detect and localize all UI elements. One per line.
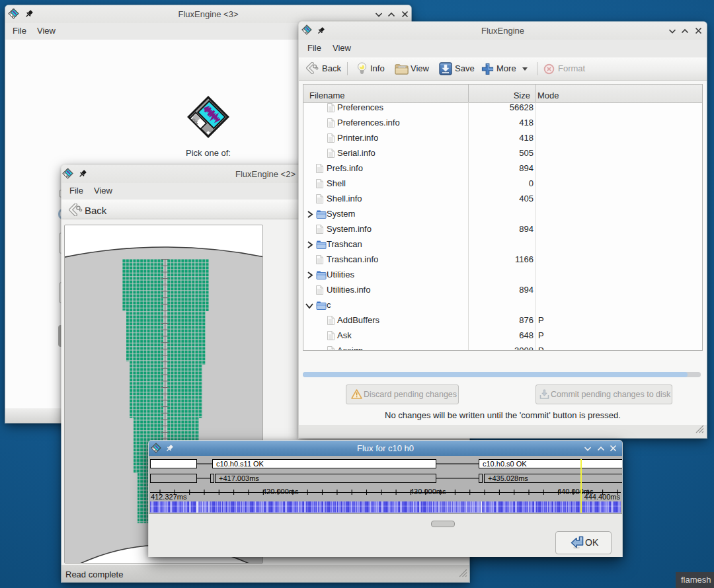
svg-text:+435.028ms: +435.028ms (488, 474, 528, 482)
svg-text:444.400ms: 444.400ms (584, 493, 621, 501)
svg-text:c10.h0.s0 OK: c10.h0.s0 OK (483, 460, 527, 468)
svg-text:412.327ms: 412.327ms (151, 493, 187, 501)
svg-text:+417.003ms: +417.003ms (219, 474, 259, 482)
svg-text:430.000ms: 430.000ms (410, 488, 446, 496)
svg-text:420.000ms: 420.000ms (262, 488, 299, 496)
svg-text:c10.h0.s11 OK: c10.h0.s11 OK (216, 460, 264, 468)
